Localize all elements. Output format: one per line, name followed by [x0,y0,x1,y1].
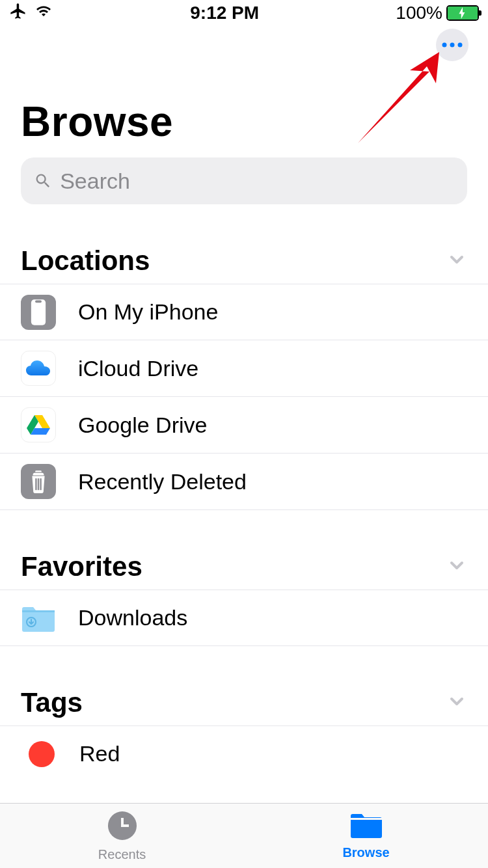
row-label: Downloads [78,605,187,631]
tab-label: Browse [342,845,389,860]
favorites-header[interactable]: Favorites [0,544,488,590]
downloads-folder-icon [21,601,56,636]
tags-header[interactable]: Tags [0,680,488,726]
search-field[interactable] [21,157,467,204]
folder-icon [349,812,383,843]
tags-title: Tags [21,687,83,718]
location-google-drive[interactable]: Google Drive [0,397,488,454]
locations-title: Locations [21,245,150,277]
chevron-down-icon [446,555,467,578]
svg-point-2 [458,43,463,47]
row-label: On My iPhone [78,299,218,325]
svg-rect-3 [31,299,46,325]
row-label: Google Drive [78,413,207,438]
wifi-icon [34,3,53,23]
row-label: Recently Deleted [78,469,247,495]
locations-header[interactable]: Locations [0,238,488,284]
svg-point-1 [450,43,455,47]
search-icon [34,171,52,191]
clock-icon [107,810,138,845]
favorites-title: Favorites [21,551,142,582]
tag-label: Red [79,741,120,766]
row-label: iCloud Drive [78,356,198,381]
ellipsis-icon [441,42,463,47]
battery-percent: 100% [396,3,442,23]
tab-label: Recents [98,847,146,862]
tag-color-dot [29,741,55,767]
status-time: 9:12 PM [190,3,259,23]
tab-bar: Recents Browse [0,803,488,868]
icloud-icon [21,351,56,386]
iphone-icon [21,295,56,330]
location-on-my-iphone[interactable]: On My iPhone [0,284,488,340]
search-input[interactable] [60,169,454,194]
battery-icon [446,5,479,21]
chevron-down-icon [446,249,467,273]
status-bar: 9:12 PM 100% [0,0,488,26]
svg-rect-5 [35,478,36,490]
svg-rect-4 [35,300,42,303]
favorite-downloads[interactable]: Downloads [0,590,488,646]
google-drive-icon [21,407,56,442]
svg-rect-6 [38,478,39,490]
airplane-mode-icon [9,2,27,25]
svg-rect-7 [40,478,41,490]
trash-icon [21,464,56,499]
tab-browse[interactable]: Browse [244,804,488,868]
svg-point-0 [442,43,447,47]
location-recently-deleted[interactable]: Recently Deleted [0,454,488,510]
tag-red[interactable]: Red [0,726,488,777]
chevron-down-icon [446,691,467,714]
svg-rect-11 [351,818,382,820]
svg-rect-8 [22,610,55,612]
tab-recents[interactable]: Recents [0,804,244,868]
location-icloud-drive[interactable]: iCloud Drive [0,340,488,397]
page-title: Browse [21,98,467,146]
more-options-button[interactable] [436,29,468,61]
